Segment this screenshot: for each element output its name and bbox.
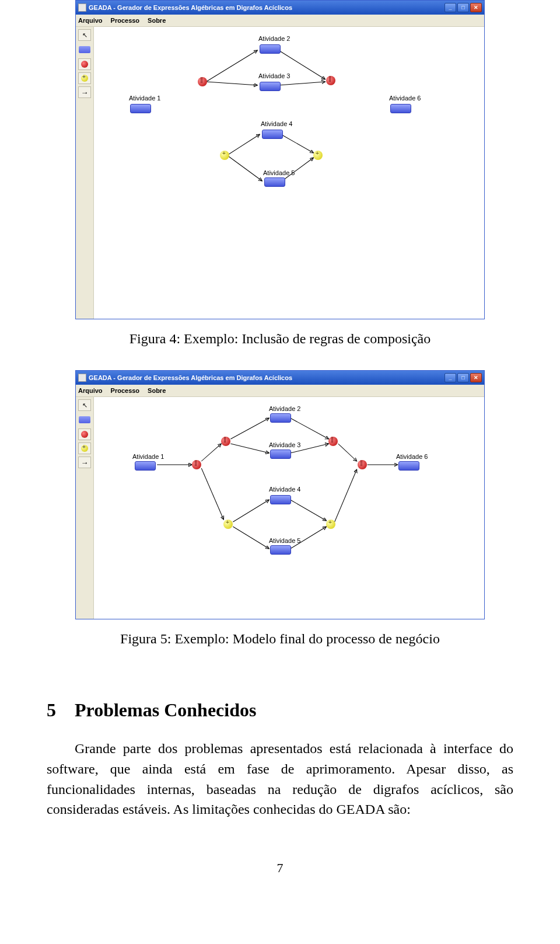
tool-and-gate[interactable] [78,429,91,440]
label-a1: Atividade 1 [132,453,164,460]
diagram-canvas[interactable]: Atividade 1 Atividade 2 Atividade 3 Ativ… [94,397,484,619]
section-title: Problemas Conhecidos [75,699,256,720]
page-number: 7 [47,861,513,876]
node-a4[interactable] [270,495,291,504]
label-a4: Atividade 4 [261,120,292,127]
node-a1[interactable] [130,104,151,113]
node-a6[interactable] [390,104,411,113]
label-a2: Atividade 2 [269,405,300,412]
or-join[interactable] [326,520,335,529]
or-split[interactable] [220,151,229,160]
node-a1[interactable] [135,461,156,471]
minimize-button[interactable]: _ [444,3,456,12]
svg-line-16 [233,527,269,549]
svg-line-3 [278,82,325,85]
toolbar [76,397,94,619]
svg-line-10 [201,468,223,520]
screenshot-fig5: GEADA - Gerador de Expressões Algébricas… [75,370,485,619]
tool-cursor[interactable] [78,399,91,411]
close-button[interactable]: ✕ [470,373,482,382]
tool-and-gate[interactable] [78,58,91,70]
tool-edge[interactable] [78,86,91,98]
menu-arquivo[interactable]: Arquivo [78,387,103,394]
and-split-outer[interactable] [192,460,201,469]
section-5-paragraph: Grande parte dos problemas apresentados … [47,739,513,820]
label-a6: Atividade 6 [396,453,428,460]
svg-line-11 [230,418,269,439]
svg-line-1 [206,82,257,85]
maximize-button[interactable]: □ [457,3,469,12]
node-a5[interactable] [270,545,291,555]
menu-processo[interactable]: Processo [111,17,140,24]
and-join-outer[interactable] [358,460,367,469]
maximize-button[interactable]: □ [457,373,469,382]
label-a5: Atividade 5 [269,537,300,544]
tool-activity[interactable] [79,416,90,423]
window-title: GEADA - Gerador de Expressões Algébricas… [89,4,292,11]
caption-fig5: Figura 5: Exemplo: Modelo final do proce… [120,631,440,647]
svg-line-5 [227,155,262,181]
svg-line-19 [338,444,357,461]
node-a6[interactable] [398,461,419,471]
label-a3: Atividade 3 [258,72,290,79]
tool-activity[interactable] [79,46,90,53]
diagram-canvas[interactable]: Atividade 1 Atividade 2 Atividade 3 Ativ… [94,27,484,319]
screenshot-fig4: GEADA - Gerador de Expressões Algébricas… [75,0,485,319]
or-split[interactable] [223,520,233,529]
node-a3[interactable] [260,82,281,91]
and-join[interactable] [326,76,335,85]
node-a3[interactable] [270,450,291,459]
section-number: 5 [47,699,70,721]
label-a3: Atividade 3 [269,441,300,448]
window-titlebar: GEADA - Gerador de Expressões Algébricas… [76,371,484,385]
tool-cursor[interactable] [78,29,91,41]
label-a1: Atividade 1 [129,95,160,102]
menu-sobre[interactable]: Sobre [148,17,166,24]
label-a5: Atividade 5 [263,169,295,176]
menu-arquivo[interactable]: Arquivo [78,17,103,24]
window-titlebar: GEADA - Gerador de Expressões Algébricas… [76,1,484,15]
node-a2[interactable] [270,413,291,423]
svg-line-4 [227,134,260,155]
or-join[interactable] [313,151,323,160]
svg-line-0 [206,50,257,82]
menubar: Arquivo Processo Sobre [76,385,484,397]
node-a2[interactable] [260,44,281,54]
toolbar [76,27,94,319]
label-a6: Atividade 6 [389,95,421,102]
svg-line-17 [290,500,327,521]
svg-line-20 [335,469,357,522]
svg-line-15 [233,500,269,522]
svg-line-12 [230,444,269,453]
menu-sobre[interactable]: Sobre [148,387,166,394]
label-a2: Atividade 2 [258,35,290,42]
tool-edge[interactable] [78,457,91,468]
caption-fig4: Figura 4: Exemplo: Inclusão de regras de… [130,331,431,347]
and-split-inner[interactable] [221,437,230,446]
node-a4[interactable] [262,130,283,139]
and-split[interactable] [198,77,207,86]
tool-or-gate[interactable] [78,443,91,454]
window-title: GEADA - Gerador de Expressões Algébricas… [89,374,292,381]
section-5-heading: 5 Problemas Conhecidos [47,699,513,721]
and-join-inner[interactable] [328,437,338,446]
svg-line-13 [290,418,329,439]
java-icon [78,374,86,382]
minimize-button[interactable]: _ [444,373,456,382]
menubar: Arquivo Processo Sobre [76,15,484,27]
java-icon [78,4,86,12]
tool-or-gate[interactable] [78,72,91,84]
node-a5[interactable] [264,177,285,187]
svg-line-6 [281,134,313,153]
svg-line-9 [201,444,221,461]
close-button[interactable]: ✕ [470,3,482,12]
label-a4: Atividade 4 [269,486,300,493]
menu-processo[interactable]: Processo [111,387,140,394]
